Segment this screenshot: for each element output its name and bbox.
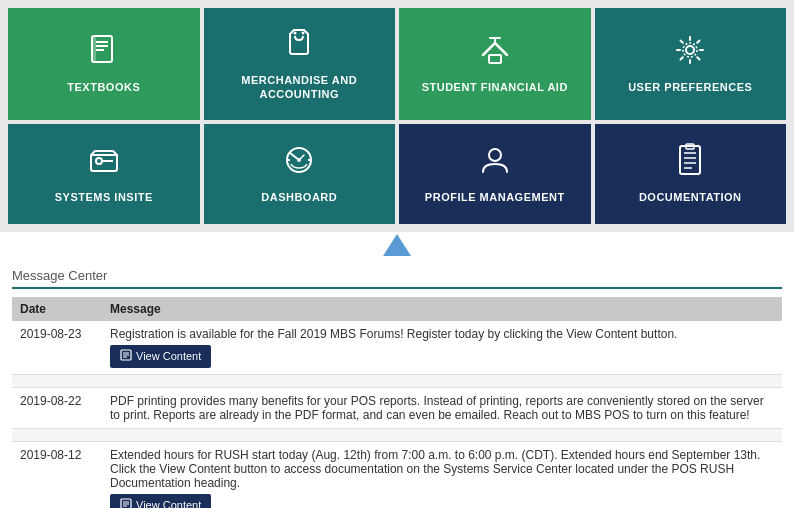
view-content-icon <box>120 498 132 508</box>
user-preferences-label: USER PREFERENCES <box>628 80 752 94</box>
tile-dashboard[interactable]: DASHBOARD <box>204 124 396 224</box>
message-table: Date Message 2019-08-23Registration is a… <box>12 297 782 508</box>
message-center: Message Center Date Message 2019-08-23Re… <box>0 260 794 508</box>
financial-aid-label: STUDENT FINANCIAL AID <box>422 80 568 94</box>
tiles-grid: TEXTBOOKS MERCHANDISE ANDACCOUNTING STUD… <box>0 0 794 232</box>
message-text: Registration is available for the Fall 2… <box>102 321 782 375</box>
textbooks-icon <box>87 33 121 72</box>
up-arrow-icon <box>383 234 411 256</box>
merchandise-icon <box>282 26 316 65</box>
profile-management-label: PROFILE MANAGEMENT <box>425 190 565 204</box>
svg-point-13 <box>297 158 301 162</box>
tile-merchandise[interactable]: MERCHANDISE ANDACCOUNTING <box>204 8 396 120</box>
col-header-date: Date <box>12 297 102 321</box>
message-center-divider <box>12 287 782 289</box>
merchandise-label: MERCHANDISE ANDACCOUNTING <box>241 73 357 102</box>
table-row: 2019-08-23Registration is available for … <box>12 321 782 375</box>
systems-insite-icon <box>87 143 121 182</box>
textbooks-label: TEXTBOOKS <box>67 80 140 94</box>
svg-point-16 <box>489 149 501 161</box>
svg-point-11 <box>96 158 102 164</box>
documentation-label: DOCUMENTATION <box>639 190 742 204</box>
scroll-arrow[interactable] <box>0 232 794 260</box>
financial-aid-icon <box>478 33 512 72</box>
tile-financial-aid[interactable]: STUDENT FINANCIAL AID <box>399 8 591 120</box>
view-content-button[interactable]: View Content <box>110 345 211 368</box>
view-content-icon <box>120 349 132 364</box>
message-center-title: Message Center <box>12 268 782 283</box>
table-header-row: Date Message <box>12 297 782 321</box>
documentation-icon <box>673 143 707 182</box>
svg-rect-8 <box>489 55 501 63</box>
col-header-message: Message <box>102 297 782 321</box>
message-date: 2019-08-23 <box>12 321 102 375</box>
tile-profile-management[interactable]: PROFILE MANAGEMENT <box>399 124 591 224</box>
dashboard-icon <box>282 143 316 182</box>
profile-management-icon <box>478 143 512 182</box>
tile-documentation[interactable]: DOCUMENTATION <box>595 124 787 224</box>
row-spacer <box>12 374 782 387</box>
svg-point-5 <box>294 32 297 35</box>
view-content-label: View Content <box>136 350 201 362</box>
tile-textbooks[interactable]: TEXTBOOKS <box>8 8 200 120</box>
message-text: Extended hours for RUSH start today (Aug… <box>102 441 782 508</box>
message-date: 2019-08-22 <box>12 387 102 428</box>
message-date: 2019-08-12 <box>12 441 102 508</box>
tile-user-preferences[interactable]: USER PREFERENCES <box>595 8 787 120</box>
table-row: 2019-08-12Extended hours for RUSH start … <box>12 441 782 508</box>
svg-point-6 <box>302 32 305 35</box>
svg-rect-17 <box>680 146 700 174</box>
svg-point-9 <box>686 46 694 54</box>
user-preferences-icon <box>673 33 707 72</box>
tile-systems-insite[interactable]: SYSTEMS INSITE <box>8 124 200 224</box>
dashboard-label: DASHBOARD <box>261 190 337 204</box>
svg-rect-4 <box>92 36 96 62</box>
message-text: PDF printing provides many benefits for … <box>102 387 782 428</box>
view-content-label: View Content <box>136 499 201 508</box>
table-row: 2019-08-22PDF printing provides many ben… <box>12 387 782 428</box>
systems-insite-label: SYSTEMS INSITE <box>55 190 153 204</box>
view-content-button[interactable]: View Content <box>110 494 211 508</box>
row-spacer <box>12 428 782 441</box>
